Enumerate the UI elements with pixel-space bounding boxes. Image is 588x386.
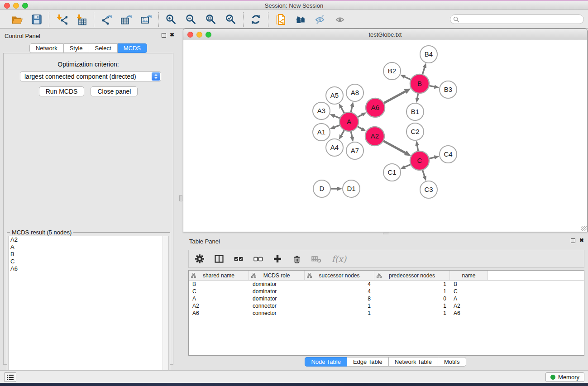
table-cell[interactable]: dominator <box>249 281 305 288</box>
table-cell[interactable]: A6 <box>450 310 488 317</box>
node-B4[interactable]: B4 <box>420 46 437 63</box>
tab-mcds[interactable]: MCDS <box>118 43 147 53</box>
result-item-A2[interactable]: A2 <box>9 236 168 243</box>
tab-network-table[interactable]: Network Table <box>389 357 438 367</box>
import-table-button[interactable] <box>74 12 89 27</box>
table-cell[interactable]: dominator <box>249 295 305 302</box>
table-close-panel-icon[interactable]: ✖ <box>579 237 584 243</box>
network-canvas[interactable]: B4B2BB3A8A5A6A3B1AC2A1A2A4A7C4CC1C3DD1 <box>183 40 587 232</box>
column-layout-button[interactable] <box>213 253 225 265</box>
table-cell[interactable]: 1 <box>305 310 374 317</box>
result-item-A6[interactable]: A6 <box>9 265 168 272</box>
table-cell[interactable]: A2 <box>189 302 249 310</box>
node-D[interactable]: D <box>313 180 330 197</box>
node-B[interactable]: B <box>410 74 429 93</box>
result-item-A[interactable]: A <box>9 243 168 251</box>
table-cell[interactable]: 0 <box>374 295 450 302</box>
table-cell[interactable]: 4 <box>305 288 374 295</box>
table-cell[interactable]: C <box>450 288 488 295</box>
zoom-out-button[interactable] <box>184 12 198 27</box>
table-cell[interactable]: dominator <box>249 288 305 295</box>
table-row[interactable]: Cdominator41C <box>189 288 584 295</box>
tab-node-table[interactable]: Node Table <box>305 357 347 367</box>
select-all-button[interactable] <box>232 253 245 265</box>
edge-A2-C[interactable] <box>382 140 406 153</box>
node-A[interactable]: A <box>339 112 359 131</box>
table-float-panel-icon[interactable] <box>571 238 575 243</box>
table-cell[interactable]: connector <box>249 310 305 317</box>
zoom-in-button[interactable] <box>164 12 178 27</box>
network-file-button[interactable] <box>273 12 288 27</box>
save-floppy-button[interactable] <box>29 12 44 27</box>
open-folder-button[interactable] <box>10 12 24 27</box>
column-header-name[interactable]: name <box>450 271 488 280</box>
node-C1[interactable]: C1 <box>383 164 401 181</box>
tab-edge-table[interactable]: Edge Table <box>347 357 389 367</box>
table-cell[interactable]: 1 <box>374 310 450 317</box>
result-item-B[interactable]: B <box>9 251 168 258</box>
import-network-button[interactable] <box>54 12 69 27</box>
node-A3[interactable]: A3 <box>313 102 330 119</box>
table-cell[interactable]: connector <box>249 302 305 310</box>
zoom-selected-button[interactable] <box>224 12 238 27</box>
tab-network[interactable]: Network <box>29 43 64 53</box>
houses-button[interactable] <box>293 12 308 27</box>
close-panel-icon[interactable]: ✖ <box>170 32 174 38</box>
delete-column-button[interactable] <box>291 253 303 265</box>
memory-status-button[interactable]: Memory <box>545 372 584 382</box>
search-input[interactable] <box>450 14 584 24</box>
table-cell[interactable]: 1 <box>305 302 374 310</box>
node-A5[interactable]: A5 <box>326 87 343 104</box>
table-cell[interactable]: A6 <box>189 310 249 317</box>
export-table-button[interactable] <box>119 12 134 27</box>
table-cell[interactable]: A <box>189 295 249 302</box>
node-B3[interactable]: B3 <box>440 81 457 98</box>
table-cell[interactable]: A <box>450 295 488 302</box>
result-item-C[interactable]: C <box>9 258 168 265</box>
column-header-predecessor-nodes[interactable]: predecessor nodes <box>374 271 450 280</box>
node-A2[interactable]: A2 <box>365 127 384 146</box>
column-header-shared-name[interactable]: shared name <box>189 271 249 280</box>
result-list-scrollbar[interactable] <box>163 236 168 384</box>
node-D1[interactable]: D1 <box>343 180 360 197</box>
table-row[interactable]: Bdominator41B <box>189 281 584 288</box>
node-B1[interactable]: B1 <box>406 103 424 120</box>
table-row[interactable]: A2connector11A2 <box>189 302 584 310</box>
table-cell[interactable]: C <box>189 288 249 295</box>
float-panel-icon[interactable] <box>162 33 166 38</box>
node-A6[interactable]: A6 <box>366 98 385 117</box>
window-resize-grip[interactable] <box>581 226 587 231</box>
table-row[interactable]: Adominator80A <box>189 295 584 302</box>
node-A1[interactable]: A1 <box>313 124 330 141</box>
edge-A6-B[interactable] <box>383 91 406 104</box>
table-cell[interactable]: 1 <box>374 288 450 295</box>
node-B2[interactable]: B2 <box>383 62 401 80</box>
tab-style[interactable]: Style <box>64 43 89 53</box>
node-A4[interactable]: A4 <box>326 139 343 156</box>
refresh-button[interactable] <box>249 12 263 27</box>
table-cell[interactable]: A2 <box>450 302 488 310</box>
column-header-successor-nodes[interactable]: successor nodes <box>305 271 374 280</box>
table-cell[interactable]: 1 <box>374 281 450 288</box>
node-A8[interactable]: A8 <box>346 84 363 101</box>
table-cell[interactable]: 8 <box>305 295 374 302</box>
tab-motifs[interactable]: Motifs <box>438 357 466 367</box>
node-C2[interactable]: C2 <box>406 123 424 140</box>
task-history-button[interactable] <box>4 372 16 382</box>
node-C3[interactable]: C3 <box>420 181 437 198</box>
column-header-MCDS-role[interactable]: MCDS role <box>249 271 305 280</box>
table-cell[interactable]: 1 <box>374 302 450 310</box>
split-divider-handle-left[interactable] <box>179 195 182 201</box>
settings-gear-button[interactable] <box>193 253 206 265</box>
deselect-all-button[interactable] <box>252 253 264 265</box>
export-image-button[interactable] <box>139 12 153 27</box>
run-mcds-button[interactable]: Run MCDS <box>39 86 85 96</box>
table-cell[interactable]: B <box>189 281 249 288</box>
node-C[interactable]: C <box>410 151 429 170</box>
table-cell[interactable]: 4 <box>305 281 374 288</box>
criterion-dropdown[interactable]: largest connected component (directed) <box>20 71 161 81</box>
node-C4[interactable]: C4 <box>440 146 457 163</box>
table-row[interactable]: A6connector11A6 <box>189 310 584 317</box>
export-network-button[interactable] <box>99 12 114 27</box>
close-panel-button[interactable]: Close panel <box>91 86 138 96</box>
